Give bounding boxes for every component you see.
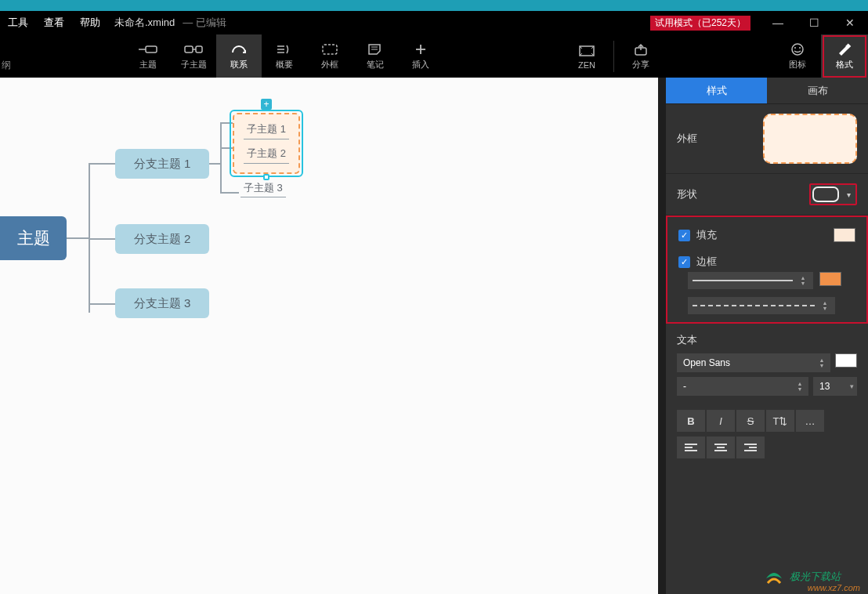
connector	[209, 163, 220, 165]
smiley-icon	[788, 42, 807, 57]
border-color-swatch[interactable]	[819, 272, 841, 286]
svg-rect-2	[185, 46, 193, 53]
branch-topic-2[interactable]: 分支主题 2	[115, 224, 209, 254]
fill-color-swatch[interactable]	[834, 228, 855, 242]
branch-topic-1[interactable]: 分支主题 1	[115, 149, 209, 179]
icons-label: 图标	[789, 59, 806, 71]
note-label: 笔记	[367, 59, 384, 71]
format-panel: 样式 画布 外框 形状 ▾ ✓ 填充 ✓ 边框	[666, 78, 868, 594]
summary-icon	[275, 42, 294, 57]
format-label: 格式	[836, 59, 853, 71]
menu-help[interactable]: 帮助	[72, 11, 108, 34]
border-label: 边框	[696, 255, 717, 269]
text-transform-button[interactable]: T⇅	[766, 410, 794, 432]
insert-icon	[411, 42, 430, 57]
file-name: 未命名.xmind	[108, 16, 175, 30]
topic-label: 主题	[139, 59, 157, 71]
menubar: 工具 查看 帮助 未命名.xmind — 已编辑 试用模式（已252天） — ☐…	[0, 11, 868, 34]
align-right-button[interactable]	[736, 436, 765, 458]
sub-topic-1[interactable]: 子主题 1	[244, 123, 289, 139]
shape-preview-icon	[812, 187, 839, 202]
menu-tools[interactable]: 工具	[0, 11, 36, 34]
watermark-url: www.xz7.com	[808, 583, 860, 592]
sub-topic-3[interactable]: 子主题 3	[241, 181, 286, 197]
font-family-select[interactable]: Open Sans ▲▼	[677, 353, 830, 372]
italic-button[interactable]: I	[707, 410, 735, 432]
connector	[89, 163, 115, 165]
insert-label: 插入	[412, 59, 429, 71]
connector	[67, 237, 89, 239]
sub-topic-2[interactable]: 子主题 2	[244, 147, 289, 164]
font-weight-value: -	[683, 381, 686, 392]
add-topic-handle[interactable]: +	[261, 99, 272, 110]
shape-label: 形状	[677, 187, 697, 201]
tab-canvas[interactable]: 画布	[767, 78, 868, 103]
border-row: ✓ 边框	[667, 248, 866, 269]
note-button[interactable]: 笔记	[353, 34, 398, 78]
bold-button[interactable]: B	[677, 410, 705, 432]
central-topic[interactable]: 主题	[0, 216, 67, 260]
boundary-section: 外框	[666, 104, 868, 174]
close-button[interactable]: ✕	[832, 11, 868, 34]
maximize-button[interactable]: ☐	[796, 11, 832, 34]
connector	[220, 122, 222, 194]
watermark-logo-icon	[763, 566, 785, 588]
fill-row: ✓ 填充	[667, 222, 866, 248]
insert-button[interactable]: 插入	[398, 34, 443, 78]
relation-icon	[230, 42, 248, 57]
connector	[89, 303, 115, 305]
watermark: 极光下载站 www.xz7.com	[735, 560, 868, 594]
topic-icon	[139, 42, 157, 57]
tab-style[interactable]: 样式	[666, 78, 767, 103]
boundary-selection[interactable]: 子主题 1 子主题 2	[230, 110, 303, 177]
connector	[89, 238, 115, 240]
branch-topic-3[interactable]: 分支主题 3	[115, 288, 209, 318]
chevron-down-icon: ▾	[850, 382, 854, 390]
outline-tab[interactable]: 纲	[0, 37, 11, 68]
svg-rect-8	[323, 45, 337, 54]
fill-checkbox[interactable]: ✓	[678, 230, 690, 241]
text-section: 文本 Open Sans ▲▼ - ▲▼ 13 ▾	[666, 324, 868, 405]
border-style-select[interactable]: ▲▼	[688, 297, 835, 314]
relation-button[interactable]: 联系	[216, 34, 262, 78]
titlebar-strip	[0, 0, 868, 11]
shape-section: 形状 ▾	[666, 174, 868, 216]
panel-tabs: 样式 画布	[666, 78, 868, 104]
window-controls: — ☐ ✕	[760, 11, 868, 34]
topic-button[interactable]: 主题	[125, 34, 171, 78]
text-style-tools: B I S T⇅ …	[666, 405, 868, 436]
icons-button[interactable]: 图标	[774, 34, 821, 78]
more-text-button[interactable]: …	[796, 410, 824, 432]
zen-button[interactable]: ZEN	[563, 34, 610, 78]
border-checkbox[interactable]: ✓	[678, 256, 690, 268]
watermark-brand: 极光下载站	[790, 570, 841, 584]
boundary-preview[interactable]	[763, 114, 857, 164]
svg-rect-3	[196, 46, 202, 53]
canvas[interactable]: 主题 分支主题 1 分支主题 2 分支主题 3 + 子主题 1 子主题 2 子主…	[0, 78, 658, 594]
strike-button[interactable]: S	[736, 410, 765, 432]
subtopic-button[interactable]: 子主题	[171, 34, 216, 78]
minimize-button[interactable]: —	[760, 11, 796, 34]
zen-icon	[577, 43, 596, 59]
border-width-select[interactable]: ▲▼	[688, 272, 813, 289]
align-left-button[interactable]	[677, 436, 705, 458]
shape-select[interactable]: ▾	[809, 183, 857, 205]
format-button[interactable]: 格式	[821, 34, 868, 78]
summary-button[interactable]: 概要	[262, 34, 307, 78]
menu-view[interactable]: 查看	[36, 11, 72, 34]
fill-border-group: ✓ 填充 ✓ 边框 ▲▼ ▲▼	[666, 216, 868, 324]
text-color-swatch[interactable]	[835, 353, 857, 368]
format-icon	[835, 42, 854, 57]
chevron-down-icon: ▾	[844, 190, 854, 199]
font-weight-select[interactable]: - ▲▼	[677, 377, 808, 396]
share-label: 分享	[632, 59, 649, 71]
trial-badge: 试用模式（已252天）	[650, 16, 750, 31]
share-button[interactable]: 分享	[617, 34, 664, 78]
file-state: — 已编辑	[175, 16, 226, 30]
font-size-select[interactable]: 13 ▾	[813, 377, 857, 396]
selection-handle[interactable]	[263, 174, 269, 180]
align-center-button[interactable]	[707, 436, 735, 458]
boundary-button[interactable]: 外框	[307, 34, 353, 78]
text-label: 文本	[677, 333, 857, 347]
boundary-icon	[320, 42, 339, 57]
